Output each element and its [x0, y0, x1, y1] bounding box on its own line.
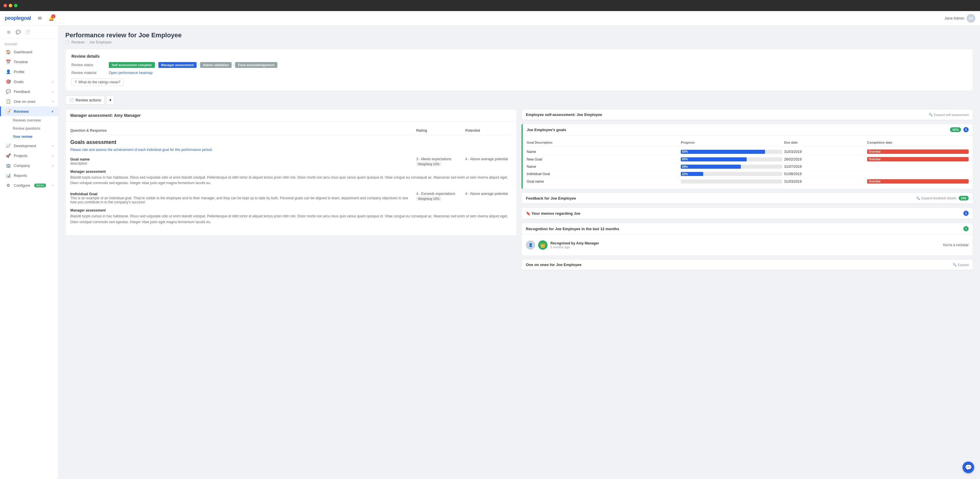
recognition-avatar: 👤 [526, 240, 535, 250]
review-material-row: Review material Open performance heatmap [72, 71, 967, 75]
goals-table-header: Goal Description Progress Due date Compl… [527, 139, 969, 146]
recognition-row-0: 👤 👑 Recognised by Amy Manager 5 months a… [526, 238, 969, 252]
sidebar-item-goals[interactable]: 🎯 Goals › [0, 77, 58, 87]
sidebar-item-dashboard[interactable]: 🏠 Dashboard [0, 47, 58, 57]
goals-section-desc: Please rate and assess the achievement o… [70, 147, 512, 152]
document-icon[interactable]: 📄 [23, 28, 32, 36]
goals-count-badge: 5 [963, 127, 969, 132]
goals-table-row-0: Name 83% 31/03/2019 Overdue [527, 148, 969, 155]
sidebar-item-company[interactable]: 🏢 Company › [0, 160, 58, 170]
sidebar-item-development[interactable]: 📈 Development › [0, 141, 58, 151]
sidebar-label-reviews: Reviews [14, 109, 29, 114]
one-on-ones-panel-header: One on ones for Joe Employee 🔍 Expand [522, 260, 973, 270]
feedback-panel-right: 🔍 Expand feedback details 246 [916, 196, 969, 200]
review-material-link[interactable]: Open performance heatmap [109, 71, 153, 75]
progress-bar-2: 59% [681, 165, 782, 169]
progress-bar-0: 83% [681, 150, 782, 154]
header-icons: ✉ 🔔 1 [36, 14, 56, 22]
development-expand-icon: › [52, 144, 53, 148]
sidebar-item-reports[interactable]: 📊 Reports [0, 170, 58, 180]
sidebar-label-configure: Configure [14, 183, 30, 188]
logo[interactable]: peoplegoal [5, 15, 31, 21]
expand-feedback-link[interactable]: 🔍 Expand feedback details [916, 197, 956, 200]
sidebar-sub-reviews-overview[interactable]: Reviews overview [13, 116, 58, 124]
memos-panel-title: 🔖 Your memos regarding Joe [526, 211, 581, 216]
col-question: Question & Response [70, 128, 414, 133]
user-avatar[interactable]: JA [967, 14, 975, 23]
main-content: Performance review for Joe Employee 📄 Re… [58, 25, 980, 479]
goals-panel-header: Joe Employee's goals 45% 5 [523, 124, 973, 135]
goals-table-row-4: Goal name 31/03/2019 Overdue [527, 178, 969, 185]
status-arrow-1: › [156, 63, 157, 67]
overdue-badge-1: Overdue [867, 157, 969, 162]
overdue-badge-0: Overdue [867, 149, 969, 154]
sidebar-item-one-on-ones[interactable]: 📋 One on ones › [0, 97, 58, 106]
breadcrumb-reviews[interactable]: Reviews [72, 40, 84, 44]
goal-potential-1: 4 - Above average potential [465, 157, 512, 161]
sidebar-item-projects[interactable]: 🚀 Projects › [0, 151, 58, 160]
configure-expand-icon: › [52, 184, 53, 187]
recognition-count-badge: 1 [963, 226, 969, 232]
sidebar-item-profile[interactable]: 👤 Profile [0, 67, 58, 77]
search-icon-feedback: 🔍 [916, 197, 920, 200]
progress-bar-1: 65% [681, 157, 782, 162]
sidebar-sub-your-review[interactable]: Your review [13, 133, 58, 141]
recognition-panel: Recognition for Joe Employee in the last… [522, 223, 973, 256]
memos-panel-header: 🔖 Your memos regarding Joe 1 [522, 208, 973, 219]
recognition-by: Recognised by Amy Manager [550, 241, 940, 245]
col-completion-date: Completion date [867, 141, 969, 144]
dashboard-icon: 🏠 [6, 49, 11, 54]
chat-widget[interactable]: 💬 [963, 462, 974, 473]
one-on-ones-panel: One on ones for Joe Employee 🔍 Expand [522, 259, 973, 270]
sidebar-sub-review-questions[interactable]: Review questions [13, 124, 58, 133]
self-assessment-title: Employee self-assessment: Joe Employee [526, 113, 602, 117]
expand-one-on-ones-link[interactable]: 🔍 Expand [953, 263, 969, 266]
one-on-ones-expand-icon: › [52, 100, 53, 103]
goals-section: Goals assessment Please rate and assess … [70, 139, 512, 225]
manager-assessment-body: Question & Response Rating Potential Goa… [65, 122, 517, 235]
reviews-expand-icon: ∨ [51, 110, 53, 113]
grid-icon[interactable]: ⊞ [5, 28, 13, 36]
notification-icon[interactable]: 🔔 1 [47, 14, 56, 22]
sidebar-label-company: Company [14, 163, 30, 168]
review-actions-icon: 📄 [69, 98, 74, 102]
projects-expand-icon: › [52, 154, 53, 157]
progress-fill-0 [681, 150, 765, 154]
goal-name-2: Individual Goal This is an example of an… [70, 192, 414, 206]
app-header: peoplegoal ✉ 🔔 1 Jane Admin JA [0, 11, 980, 25]
sidebar-item-feedback[interactable]: 💬 Feedback › [0, 87, 58, 97]
sidebar-icon-row: ⊞ 💬 📄 [0, 25, 58, 39]
sidebar-label-dashboard: Dashboard [14, 50, 32, 54]
review-details-title: Review details [72, 54, 967, 59]
progress-label-3: 22% [682, 173, 688, 176]
goals-section-title: Goals assessment [70, 139, 512, 145]
sidebar-item-configure[interactable]: ⚙ Configure Admin › [0, 180, 58, 190]
goals-expand-icon: › [52, 80, 53, 83]
status-admin-validation: Admin validation [200, 62, 232, 68]
overdue-badge-4: Overdue [867, 179, 969, 184]
expand-self-assessment-link[interactable]: 🔍 Expand self assessment [929, 113, 969, 117]
goal-row-name-1: New Goal [527, 157, 679, 162]
mail-icon[interactable]: ✉ [36, 14, 44, 22]
goal-row-name-3: Individual Goal [527, 172, 679, 176]
maximize-dot[interactable] [14, 4, 18, 7]
page-title: Performance review for Joe Employee [65, 32, 973, 39]
sidebar-item-timeline[interactable]: 📅 Timeline [0, 57, 58, 67]
sidebar-item-reviews[interactable]: 📝 Reviews ∨ [0, 106, 58, 116]
review-actions-button[interactable]: 📄 Review actions [65, 95, 105, 105]
review-actions-dropdown-button[interactable]: ▾ [107, 95, 114, 105]
company-expand-icon: › [52, 164, 53, 167]
goals-panel: Joe Employee's goals 45% 5 Goal Descript… [522, 124, 973, 189]
ratings-button[interactable]: ? What do the ratings mean? [72, 78, 124, 86]
manager-assessment-panel: Manager assessment: Amy Manager Question… [65, 109, 517, 236]
minimize-dot[interactable] [9, 4, 12, 7]
goal-due-2: 31/07/2019 [784, 165, 865, 169]
breadcrumb-employee: Joe Employee [89, 40, 111, 44]
status-pipeline: Self assessment complete › Manager asses… [109, 62, 277, 68]
goal-name-1: Goal name description [70, 157, 414, 167]
close-dot[interactable] [3, 4, 7, 7]
question-icon: ? [75, 80, 77, 84]
chat-bubble-icon[interactable]: 💬 [14, 28, 22, 36]
sidebar-section-label: Example [0, 39, 58, 47]
sidebar-label-goals: Goals [14, 79, 24, 84]
